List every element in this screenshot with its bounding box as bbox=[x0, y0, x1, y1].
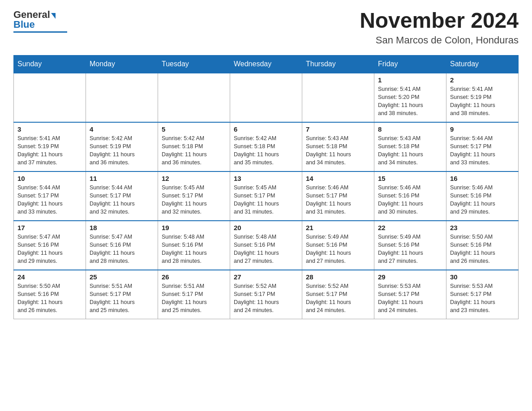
calendar-cell bbox=[302, 73, 374, 122]
day-info: Sunrise: 5:41 AM Sunset: 5:20 PM Dayligh… bbox=[378, 85, 442, 118]
title-section: November 2024 San Marcos de Colon, Hondu… bbox=[360, 9, 519, 46]
day-number: 9 bbox=[450, 125, 515, 133]
calendar-cell bbox=[230, 73, 302, 122]
day-info: Sunrise: 5:50 AM Sunset: 5:16 PM Dayligh… bbox=[17, 282, 82, 315]
calendar-cell: 4Sunrise: 5:42 AM Sunset: 5:19 PM Daylig… bbox=[86, 122, 158, 171]
calendar-week-row: 17Sunrise: 5:47 AM Sunset: 5:16 PM Dayli… bbox=[14, 221, 519, 270]
calendar-cell: 20Sunrise: 5:48 AM Sunset: 5:16 PM Dayli… bbox=[230, 221, 302, 270]
calendar-cell bbox=[158, 73, 230, 122]
weekday-header: Sunday bbox=[14, 55, 86, 73]
calendar-cell: 13Sunrise: 5:45 AM Sunset: 5:17 PM Dayli… bbox=[230, 171, 302, 221]
day-info: Sunrise: 5:48 AM Sunset: 5:16 PM Dayligh… bbox=[162, 233, 226, 265]
day-number: 5 bbox=[162, 125, 226, 133]
calendar-cell: 11Sunrise: 5:44 AM Sunset: 5:17 PM Dayli… bbox=[86, 171, 158, 221]
calendar-header-row: SundayMondayTuesdayWednesdayThursdayFrid… bbox=[14, 55, 519, 73]
day-info: Sunrise: 5:51 AM Sunset: 5:17 PM Dayligh… bbox=[90, 282, 154, 315]
day-info: Sunrise: 5:42 AM Sunset: 5:18 PM Dayligh… bbox=[162, 134, 226, 167]
day-info: Sunrise: 5:46 AM Sunset: 5:16 PM Dayligh… bbox=[450, 184, 515, 216]
day-number: 3 bbox=[17, 125, 82, 133]
day-info: Sunrise: 5:46 AM Sunset: 5:16 PM Dayligh… bbox=[378, 184, 442, 216]
day-number: 10 bbox=[17, 175, 82, 182]
day-number: 17 bbox=[17, 224, 82, 231]
day-number: 24 bbox=[17, 273, 82, 281]
calendar-cell: 29Sunrise: 5:53 AM Sunset: 5:17 PM Dayli… bbox=[374, 270, 446, 319]
day-info: Sunrise: 5:49 AM Sunset: 5:16 PM Dayligh… bbox=[378, 233, 442, 265]
day-number: 29 bbox=[378, 273, 442, 281]
day-number: 2 bbox=[450, 76, 515, 84]
page-header: General Blue November 2024 San Marcos de… bbox=[13, 9, 519, 46]
calendar-cell: 19Sunrise: 5:48 AM Sunset: 5:16 PM Dayli… bbox=[158, 221, 230, 270]
day-info: Sunrise: 5:48 AM Sunset: 5:16 PM Dayligh… bbox=[234, 233, 298, 265]
calendar-cell: 24Sunrise: 5:50 AM Sunset: 5:16 PM Dayli… bbox=[14, 270, 86, 319]
day-info: Sunrise: 5:42 AM Sunset: 5:18 PM Dayligh… bbox=[234, 134, 298, 167]
day-info: Sunrise: 5:49 AM Sunset: 5:16 PM Dayligh… bbox=[306, 233, 370, 265]
calendar-cell: 18Sunrise: 5:47 AM Sunset: 5:16 PM Dayli… bbox=[86, 221, 158, 270]
day-number: 8 bbox=[378, 125, 442, 133]
day-info: Sunrise: 5:51 AM Sunset: 5:17 PM Dayligh… bbox=[162, 282, 226, 315]
day-info: Sunrise: 5:53 AM Sunset: 5:17 PM Dayligh… bbox=[378, 282, 442, 315]
weekday-header: Wednesday bbox=[230, 55, 302, 73]
day-number: 21 bbox=[306, 224, 370, 231]
day-info: Sunrise: 5:43 AM Sunset: 5:18 PM Dayligh… bbox=[378, 134, 442, 167]
day-info: Sunrise: 5:42 AM Sunset: 5:19 PM Dayligh… bbox=[90, 134, 154, 167]
calendar-cell: 12Sunrise: 5:45 AM Sunset: 5:17 PM Dayli… bbox=[158, 171, 230, 221]
calendar-cell: 9Sunrise: 5:44 AM Sunset: 5:17 PM Daylig… bbox=[446, 122, 519, 171]
day-number: 6 bbox=[234, 125, 298, 133]
logo-underline bbox=[13, 31, 67, 33]
day-info: Sunrise: 5:46 AM Sunset: 5:17 PM Dayligh… bbox=[306, 184, 370, 216]
weekday-header: Thursday bbox=[302, 55, 374, 73]
calendar-week-row: 24Sunrise: 5:50 AM Sunset: 5:16 PM Dayli… bbox=[14, 270, 519, 319]
calendar-cell: 16Sunrise: 5:46 AM Sunset: 5:16 PM Dayli… bbox=[446, 171, 519, 221]
weekday-header: Saturday bbox=[446, 55, 519, 73]
day-number: 22 bbox=[378, 224, 442, 231]
calendar-cell: 2Sunrise: 5:41 AM Sunset: 5:19 PM Daylig… bbox=[446, 73, 519, 122]
calendar-cell: 1Sunrise: 5:41 AM Sunset: 5:20 PM Daylig… bbox=[374, 73, 446, 122]
logo-blue-text: Blue bbox=[13, 19, 35, 30]
calendar-table: SundayMondayTuesdayWednesdayThursdayFrid… bbox=[13, 55, 519, 320]
calendar-cell: 10Sunrise: 5:44 AM Sunset: 5:17 PM Dayli… bbox=[14, 171, 86, 221]
day-number: 1 bbox=[378, 76, 442, 84]
day-info: Sunrise: 5:52 AM Sunset: 5:17 PM Dayligh… bbox=[234, 282, 298, 315]
calendar-week-row: 1Sunrise: 5:41 AM Sunset: 5:20 PM Daylig… bbox=[14, 73, 519, 122]
day-number: 13 bbox=[234, 175, 298, 182]
weekday-header: Tuesday bbox=[158, 55, 230, 73]
day-info: Sunrise: 5:41 AM Sunset: 5:19 PM Dayligh… bbox=[17, 134, 82, 167]
calendar-cell bbox=[14, 73, 86, 122]
day-number: 28 bbox=[306, 273, 370, 281]
day-number: 19 bbox=[162, 224, 226, 231]
calendar-cell bbox=[86, 73, 158, 122]
calendar-cell: 3Sunrise: 5:41 AM Sunset: 5:19 PM Daylig… bbox=[14, 122, 86, 171]
day-info: Sunrise: 5:47 AM Sunset: 5:16 PM Dayligh… bbox=[17, 233, 82, 265]
month-title: November 2024 bbox=[360, 9, 519, 33]
day-number: 30 bbox=[450, 273, 515, 281]
day-number: 15 bbox=[378, 175, 442, 182]
day-info: Sunrise: 5:43 AM Sunset: 5:18 PM Dayligh… bbox=[306, 134, 370, 167]
calendar-cell: 14Sunrise: 5:46 AM Sunset: 5:17 PM Dayli… bbox=[302, 171, 374, 221]
calendar-cell: 6Sunrise: 5:42 AM Sunset: 5:18 PM Daylig… bbox=[230, 122, 302, 171]
day-number: 7 bbox=[306, 125, 370, 133]
day-info: Sunrise: 5:45 AM Sunset: 5:17 PM Dayligh… bbox=[162, 184, 226, 216]
logo: General Blue bbox=[13, 9, 67, 33]
day-number: 26 bbox=[162, 273, 226, 281]
day-number: 12 bbox=[162, 175, 226, 182]
day-info: Sunrise: 5:45 AM Sunset: 5:17 PM Dayligh… bbox=[234, 184, 298, 216]
calendar-cell: 30Sunrise: 5:53 AM Sunset: 5:17 PM Dayli… bbox=[446, 270, 519, 319]
logo-triangle-icon bbox=[51, 13, 56, 19]
day-number: 16 bbox=[450, 175, 515, 182]
weekday-header: Monday bbox=[86, 55, 158, 73]
calendar-cell: 17Sunrise: 5:47 AM Sunset: 5:16 PM Dayli… bbox=[14, 221, 86, 270]
calendar-cell: 8Sunrise: 5:43 AM Sunset: 5:18 PM Daylig… bbox=[374, 122, 446, 171]
calendar-cell: 21Sunrise: 5:49 AM Sunset: 5:16 PM Dayli… bbox=[302, 221, 374, 270]
weekday-header: Friday bbox=[374, 55, 446, 73]
day-info: Sunrise: 5:47 AM Sunset: 5:16 PM Dayligh… bbox=[90, 233, 154, 265]
location-title: San Marcos de Colon, Honduras bbox=[360, 34, 519, 46]
calendar-week-row: 3Sunrise: 5:41 AM Sunset: 5:19 PM Daylig… bbox=[14, 122, 519, 171]
calendar-cell: 27Sunrise: 5:52 AM Sunset: 5:17 PM Dayli… bbox=[230, 270, 302, 319]
calendar-cell: 7Sunrise: 5:43 AM Sunset: 5:18 PM Daylig… bbox=[302, 122, 374, 171]
day-number: 18 bbox=[90, 224, 154, 231]
day-info: Sunrise: 5:44 AM Sunset: 5:17 PM Dayligh… bbox=[90, 184, 154, 216]
calendar-cell: 5Sunrise: 5:42 AM Sunset: 5:18 PM Daylig… bbox=[158, 122, 230, 171]
day-number: 23 bbox=[450, 224, 515, 231]
day-number: 25 bbox=[90, 273, 154, 281]
day-number: 11 bbox=[90, 175, 154, 182]
